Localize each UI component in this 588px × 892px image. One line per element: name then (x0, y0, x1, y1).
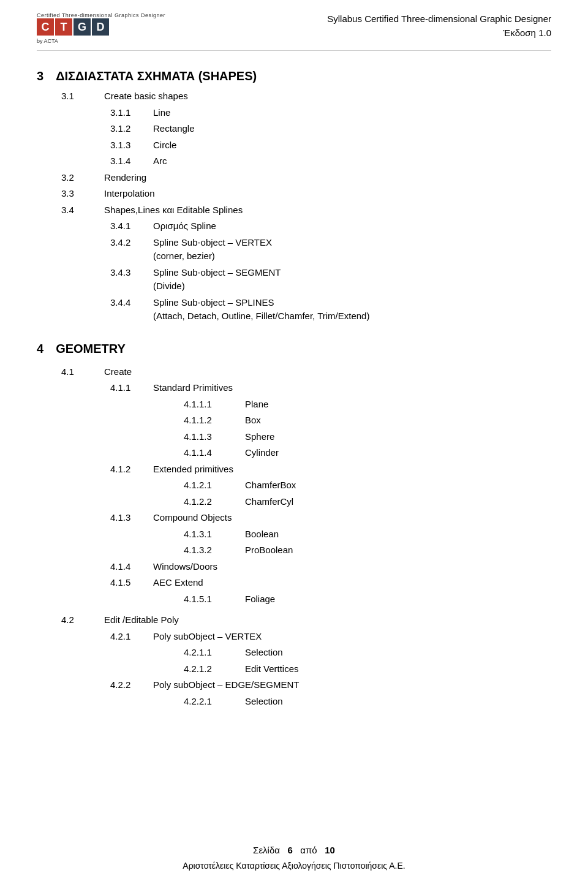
item-4-1-1-1: 4.1.1.1 Plane (184, 398, 551, 412)
item-3-4-3-text: Spline Sub-object – SEGMENT (153, 266, 281, 280)
section-4-1-1: 4.1.1 Standard Primitives 4.1.1.1 Plane … (110, 381, 551, 460)
section-3-header: 3 ΔΙΣΔΙΑΣΤΑΤΑ ΣΧΗΜΑΤΑ (SHAPES) (37, 69, 551, 83)
item-3-1-3-num: 3.1.3 (110, 138, 147, 153)
item-3-4-3-num: 3.4.3 (110, 266, 147, 293)
item-3-4-4-content: Spline Sub-object – SPLINES (Attach, Det… (153, 296, 369, 323)
section-4-1-2-num: 4.1.2 (110, 463, 147, 477)
item-3-1-4-num: 3.1.4 (110, 154, 147, 168)
item-4-1-3-2-num: 4.1.3.2 (184, 543, 239, 558)
item-3-1-2-num: 3.1.2 (110, 122, 147, 136)
section-3-4-text: Shapes,Lines και Editable Splines (104, 203, 243, 217)
section-4-1-5-row: 4.1.5 AEC Extend (110, 576, 551, 590)
item-4-2-1-1-num: 4.2.1.1 (184, 646, 239, 660)
item-4-1-1-3-text: Sphere (245, 430, 274, 444)
section-3-3-num: 3.3 (61, 187, 98, 201)
item-4-1-1-1-num: 4.1.1.1 (184, 398, 239, 412)
item-3-1-2-text: Rectangle (153, 122, 195, 136)
section-4-1-2-row: 4.1.2 Extended primitives (110, 463, 551, 477)
section-4-2-1: 4.2.1 Poly subObject – VERTEX 4.2.1.1 Se… (110, 630, 551, 676)
section-4-header: 4 GEOMETRY (37, 342, 551, 356)
section-4-1-5-items: 4.1.5.1 Foliage (184, 592, 551, 607)
footer-page-text: Σελίδα (253, 845, 280, 855)
section-4-2-row: 4.2 Edit /Editable Poly (61, 613, 551, 627)
section-4-2-2: 4.2.2 Poly subObject – EDGE/SEGMENT 4.2.… (110, 678, 551, 708)
section-4-1-3: 4.1.3 Compound Objects 4.1.3.1 Boolean 4… (110, 511, 551, 558)
section-4-1-5-num: 4.1.5 (110, 576, 147, 590)
header: Certified Three-dimensional Graphics Des… (37, 12, 551, 51)
item-4-1-2-2: 4.1.2.2 ChamferCyl (184, 495, 551, 509)
section-4-1-1-items: 4.1.1.1 Plane 4.1.1.2 Box 4.1.1.3 Sphere… (184, 398, 551, 460)
section-3-3-row: 3.3 Interpolation (61, 187, 551, 201)
section-4-2-2-row: 4.2.2 Poly subObject – EDGE/SEGMENT (110, 678, 551, 692)
item-4-1-1-4: 4.1.1.4 Cylinder (184, 446, 551, 460)
section-4-1-4: 4.1.4 Windows/Doors (110, 560, 551, 574)
item-3-4-3-sub: (Divide) (153, 279, 281, 293)
item-3-1-4: 3.1.4 Arc (110, 154, 551, 168)
item-3-1-3-text: Circle (153, 138, 176, 153)
item-4-1-1-1-text: Plane (245, 398, 268, 412)
header-title: Syllabus Certified Three-dimensional Gra… (327, 12, 551, 40)
logo-g: G (74, 18, 91, 36)
footer-page-total: 10 (325, 845, 335, 855)
item-3-4-4: 3.4.4 Spline Sub-object – SPLINES (Attac… (110, 296, 551, 323)
item-4-2-1-1: 4.2.1.1 Selection (184, 646, 551, 660)
section-4-1-1-num: 4.1.1 (110, 381, 147, 395)
item-4-2-2-1-num: 4.2.2.1 (184, 695, 239, 709)
section-4-1-4-text: Windows/Doors (153, 560, 217, 574)
item-4-1-3-1: 4.1.3.1 Boolean (184, 527, 551, 542)
header-title-line2: Έκδοση 1.0 (327, 26, 551, 40)
item-4-1-1-3: 4.1.1.3 Sphere (184, 430, 551, 444)
section-3-number: 3 (37, 69, 43, 83)
section-3-4-num: 3.4 (61, 203, 98, 217)
item-4-1-5-1-text: Foliage (245, 592, 275, 607)
item-3-1-3: 3.1.3 Circle (110, 138, 551, 153)
section-4-2-2-items: 4.2.2.1 Selection (184, 695, 551, 709)
header-title-line1: Syllabus Certified Three-dimensional Gra… (327, 12, 551, 26)
section-3-1: 3.1 Create basic shapes 3.1.1 Line 3.1.2… (61, 89, 551, 168)
item-4-2-2-1-text: Selection (245, 695, 283, 709)
section-4-1-3-items: 4.1.3.1 Boolean 4.1.3.2 ProBoolean (184, 527, 551, 558)
footer-page: Σελίδα 6 από 10 (0, 842, 588, 858)
section-4-1-3-text: Compound Objects (153, 511, 232, 525)
item-3-1-1: 3.1.1 Line (110, 106, 551, 120)
item-3-4-2: 3.4.2 Spline Sub-object – VERTEX (corner… (110, 236, 551, 263)
section-3-2: 3.2 Rendering (61, 171, 551, 185)
item-4-1-3-2: 4.1.3.2 ProBoolean (184, 543, 551, 558)
item-4-1-2-2-text: ChamferCyl (245, 495, 293, 509)
item-4-1-1-4-num: 4.1.1.4 (184, 446, 239, 460)
section-4-2-1-row: 4.2.1 Poly subObject – VERTEX (110, 630, 551, 644)
logo-t: T (55, 18, 72, 36)
item-4-1-2-1-text: ChamferBox (245, 478, 296, 493)
footer-page-of: από (300, 845, 317, 855)
section-3-2-text: Rendering (104, 171, 146, 185)
item-4-1-3-1-num: 4.1.3.1 (184, 527, 239, 542)
section-4-2-1-items: 4.2.1.1 Selection 4.2.1.2 Edit Verttices (184, 646, 551, 676)
item-3-4-4-num: 3.4.4 (110, 296, 147, 323)
item-3-1-1-num: 3.1.1 (110, 106, 147, 120)
section-3-1-row: 3.1 Create basic shapes (61, 89, 551, 104)
section-4-1-3-row: 4.1.3 Compound Objects (110, 511, 551, 525)
section-3-4-items: 3.4.1 Ορισμός Spline 3.4.2 Spline Sub-ob… (110, 219, 551, 323)
section-3-4: 3.4 Shapes,Lines και Editable Splines 3.… (61, 203, 551, 323)
item-3-4-2-text: Spline Sub-object – VERTEX (153, 236, 272, 250)
item-4-2-1-2-text: Edit Verttices (245, 662, 299, 676)
logo-small-text: Certified Three-dimensional Graphics Des… (37, 12, 165, 18)
logo-box: C T G D (37, 18, 109, 36)
item-4-2-1-1-text: Selection (245, 646, 283, 660)
section-4-1-4-num: 4.1.4 (110, 560, 147, 574)
item-3-4-1: 3.4.1 Ορισμός Spline (110, 219, 551, 233)
item-4-2-1-2-num: 4.2.1.2 (184, 662, 239, 676)
item-4-1-1-2-text: Box (245, 414, 261, 428)
section-4-2-text: Edit /Editable Poly (104, 613, 179, 627)
item-4-1-3-1-text: Boolean (245, 527, 279, 542)
logo-area: Certified Three-dimensional Graphics Des… (37, 12, 165, 44)
item-4-1-5-1: 4.1.5.1 Foliage (184, 592, 551, 607)
item-3-1-2: 3.1.2 Rectangle (110, 122, 551, 136)
item-4-1-1-2-num: 4.1.1.2 (184, 414, 239, 428)
item-4-1-2-2-num: 4.1.2.2 (184, 495, 239, 509)
section-4-2: 4.2 Edit /Editable Poly 4.2.1 Poly subOb… (61, 613, 551, 708)
section-4: 4 GEOMETRY 4.1 Create 4.1.1 Standard Pri… (37, 342, 551, 709)
item-3-4-2-content: Spline Sub-object – VERTEX (corner, bezi… (153, 236, 272, 263)
item-4-1-1-3-num: 4.1.1.3 (184, 430, 239, 444)
section-4-1-num: 4.1 (61, 365, 98, 379)
